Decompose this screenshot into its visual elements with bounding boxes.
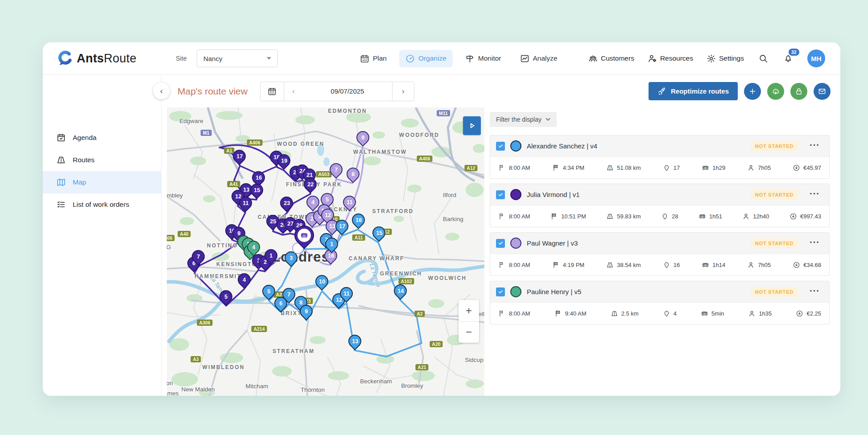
sidebar-item-routes[interactable]: Routes [43,149,161,171]
nav-plan[interactable]: Plan [354,50,393,67]
map-marker-8[interactable]: 8 [343,165,362,183]
route-checkbox[interactable] [496,142,505,151]
map-label: Bromley [401,382,423,389]
collapse-panel-button[interactable]: ‹ [153,82,170,99]
site-label: Site [176,55,187,62]
map-label: Mitcham [245,383,268,390]
nav-settings[interactable]: Settings [707,54,744,63]
route-color-circle [510,140,521,152]
map-marker-14[interactable]: 14 [391,282,409,300]
route-checkbox[interactable] [496,190,505,199]
chevron-down-icon [546,118,550,121]
stat-start-time: 8:00 AM [498,261,530,269]
map-marker-17[interactable]: 17 [332,217,351,235]
map-label: STRATFORD [372,208,414,214]
map-label: Ilford [443,192,456,198]
route-status-badge: NOT STARTED [751,141,798,151]
map-label: Sidcup [465,357,483,363]
road-shield: A2 [414,311,425,317]
route-stats-row: 8:00 AM4:34 PM51.08 km171h297h05€45.97 [490,157,829,178]
stat-start-time: 8:00 AM [498,213,530,220]
map-icon [56,177,66,187]
expand-panel-button[interactable] [463,116,481,135]
next-day-button[interactable]: › [392,82,414,101]
calendar-button[interactable] [260,82,284,101]
route-menu-button[interactable]: ··· [810,143,820,147]
stat-stop-count: 4 [663,310,677,317]
map-label: on [167,380,173,386]
route-card-header: Pauline Henry | v5 NOT STARTED ··· [490,281,829,303]
depot-vehicle-icon [298,229,311,242]
map-marker-7[interactable]: 7 [327,160,345,179]
rocket-icon [657,87,666,96]
person-icon [748,310,756,317]
stat-end-time: 10:51 PM [550,213,586,220]
reoptimize-routes-button[interactable]: Reoptimize routes [649,82,738,100]
map-marker-23[interactable]: 23 [277,194,295,212]
road-shield: A20 [430,341,442,347]
map-marker-10[interactable]: 10 [312,272,331,291]
dl-icon [796,310,803,317]
map-marker-11[interactable]: 11 [340,193,358,211]
road-shield: M11 [437,110,450,116]
notifications-button[interactable]: 32 [782,53,794,64]
people-icon [588,54,598,63]
route-card: Pauline Henry | v5 NOT STARTED ··· 8:00 … [490,281,830,324]
route-menu-button[interactable]: ··· [810,240,820,244]
map-marker-13[interactable]: 13 [345,332,364,350]
finish-icon [552,261,560,269]
flag-icon [498,164,506,172]
map-label: New Malden [181,386,215,393]
cloud-download-button[interactable] [767,83,784,100]
zoom-in-button[interactable]: + [459,300,479,322]
map-label: Beckenham [360,378,392,385]
map-marker-16[interactable]: 16 [349,211,367,229]
nav-organize[interactable]: Organize [399,50,453,67]
route-checkbox[interactable] [496,239,505,248]
map-marker-5[interactable]: 5 [259,282,277,300]
stat-start-time: 8:00 AM [498,310,530,317]
checklist-icon [56,200,66,209]
route-menu-button[interactable]: ··· [810,288,820,293]
stat-end-time: 4:34 PM [552,164,584,172]
zoom-out-button[interactable]: − [459,322,479,343]
add-button[interactable] [744,83,761,100]
map-toolbar: ‹ Map's route view ‹ 09/07/2025 › Reopti… [161,75,840,107]
nav-customers[interactable]: Customers [588,54,634,63]
map-marker-15[interactable]: 15 [247,181,265,199]
site-select[interactable]: Nancy [197,49,278,67]
map-label: WALTHAMSTOW [353,149,407,155]
avatar[interactable]: MH [807,49,825,67]
calendar-icon [268,87,277,96]
route-checkbox[interactable] [496,287,505,296]
filter-display-button[interactable]: Filter the display [490,112,557,127]
map-marker-15[interactable]: 15 [369,224,388,242]
nav-monitor[interactable]: Monitor [459,50,508,67]
sidebar-item-agenda[interactable]: Agenda [43,127,161,149]
map-marker-5[interactable]: 5 [216,287,235,306]
lock-button[interactable] [790,83,807,100]
search-icon [758,53,768,63]
sidebar-item-map[interactable]: Map [43,171,161,193]
flag-icon [498,261,506,269]
site-select-value: Nancy [203,55,223,62]
route-menu-button[interactable]: ··· [810,191,820,196]
antsroute-logo[interactable]: AntsRoute [58,51,136,66]
route-color-circle [510,286,521,297]
map-marker-4[interactable]: 4 [235,271,253,289]
prev-day-button[interactable]: ‹ [284,82,303,101]
nav-analyze[interactable]: Analyze [514,50,564,67]
route-map[interactable]: M1M11A406A406A406A1A41A40A503A10A12A12A1… [167,107,484,396]
road-shield: A3 [190,356,201,362]
routes-panel: Filter the display Alexandre Sanchez | v… [484,107,840,396]
desktop-background: AntsRoute Site Nancy Plan Organize Monit… [0,0,868,435]
map-marker-9[interactable]: 9 [353,128,372,147]
nav-resources[interactable]: Resources [648,54,693,63]
map-marker-17[interactable]: 17 [230,147,248,165]
send-email-button[interactable] [814,83,831,100]
person-icon [747,261,755,269]
sidebar-item-work-orders[interactable]: List of work orders [43,193,161,216]
search-button[interactable] [757,53,769,64]
route-stats-row: 8:00 AM10:51 PM59.83 km281h5112h40€997.4… [490,205,829,227]
road-icon [606,261,614,269]
